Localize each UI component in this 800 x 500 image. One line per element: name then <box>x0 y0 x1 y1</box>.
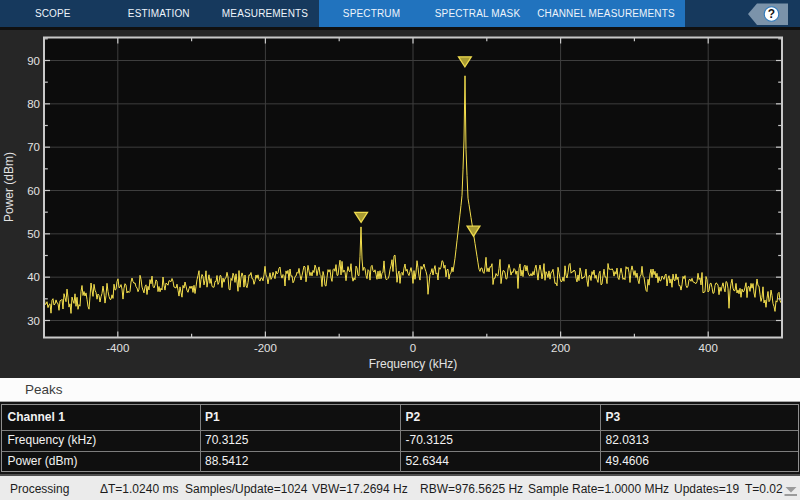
svg-text:Power (dBm): Power (dBm) <box>2 152 16 222</box>
svg-text:-400: -400 <box>106 342 129 354</box>
svg-text:200: 200 <box>551 342 570 354</box>
svg-text:0: 0 <box>410 342 416 354</box>
svg-text:80: 80 <box>27 98 40 110</box>
svg-text:90: 90 <box>27 55 40 67</box>
svg-text:30: 30 <box>27 315 40 327</box>
svg-text:Frequency (kHz): Frequency (kHz) <box>369 357 458 371</box>
svg-text:70: 70 <box>27 141 40 153</box>
svg-text:?: ? <box>768 7 775 21</box>
svg-text:400: 400 <box>699 342 718 354</box>
svg-text:-200: -200 <box>254 342 277 354</box>
svg-text:50: 50 <box>27 228 40 240</box>
svg-text:60: 60 <box>27 185 40 197</box>
svg-text:40: 40 <box>27 271 40 283</box>
